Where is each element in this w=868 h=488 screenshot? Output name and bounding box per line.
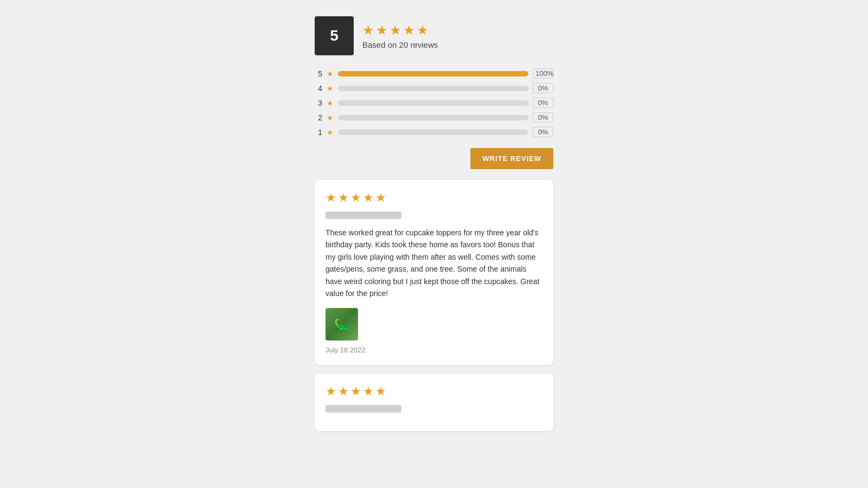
rating-badge: 5 — [315, 16, 354, 55]
review-2-star-2: ★ — [338, 384, 349, 399]
review-1-date: July 18 2022 — [326, 346, 542, 354]
bar-label-1: 1 — [315, 128, 322, 137]
bar-track-5 — [338, 71, 528, 76]
based-on-label: Based on 20 reviews — [362, 40, 438, 49]
review-2-star-4: ★ — [363, 384, 374, 399]
bar-pct-2: 0% — [533, 112, 553, 123]
bar-row-1: 1 ★ 0% — [315, 127, 553, 137]
bar-label-2: 2 — [315, 113, 322, 122]
review-1-star-5: ★ — [375, 191, 386, 205]
review-card-2: ★ ★ ★ ★ ★ — [315, 374, 553, 431]
bar-row-3: 3 ★ 0% — [315, 98, 553, 108]
bar-row-2: 2 ★ 0% — [315, 112, 553, 123]
star-icon-2: ★ — [376, 23, 388, 38]
bar-pct-5: 100% — [533, 68, 553, 79]
bar-fill-5 — [338, 71, 528, 76]
review-2-star-5: ★ — [375, 384, 386, 399]
bar-row-4: 4 ★ 0% — [315, 83, 553, 93]
bar-track-3 — [338, 100, 528, 106]
bar-pct-3: 0% — [533, 98, 553, 108]
review-1-image[interactable]: 🦕 — [326, 308, 358, 341]
bar-track-4 — [338, 86, 528, 91]
review-2-star-3: ★ — [350, 384, 361, 399]
review-2-stars: ★ ★ ★ ★ ★ — [326, 384, 542, 399]
bar-star-4: ★ — [327, 84, 334, 93]
review-2-star-1: ★ — [326, 384, 336, 399]
rating-info: ★ ★ ★ ★ ★ Based on 20 reviews — [362, 23, 438, 49]
bar-label-5: 5 — [315, 69, 322, 78]
page-container: 5 ★ ★ ★ ★ ★ Based on 20 reviews 5 ★ 100%… — [309, 11, 559, 477]
review-1-star-4: ★ — [363, 191, 374, 205]
star-icon-1: ★ — [362, 23, 374, 38]
review-1-star-2: ★ — [338, 191, 349, 205]
bar-track-1 — [338, 130, 528, 135]
bar-star-3: ★ — [327, 99, 334, 107]
rating-bars: 5 ★ 100% 4 ★ 0% 3 ★ 0% 2 ★ — [315, 68, 553, 137]
review-1-star-1: ★ — [326, 191, 336, 205]
review-1-star-3: ★ — [350, 191, 361, 205]
overall-stars: ★ ★ ★ ★ ★ — [362, 23, 438, 38]
star-icon-5: ★ — [417, 23, 429, 38]
bar-label-4: 4 — [315, 84, 322, 93]
review-1-stars: ★ ★ ★ ★ ★ — [326, 191, 542, 205]
bar-pct-4: 0% — [533, 83, 553, 93]
rating-score: 5 — [330, 27, 339, 44]
bar-pct-1: 0% — [533, 127, 553, 137]
bar-track-2 — [338, 115, 528, 120]
bar-star-5: ★ — [327, 69, 334, 78]
reviewer-1-name-bar — [326, 211, 401, 219]
reviewer-2-name-bar — [326, 405, 401, 413]
bar-row-5: 5 ★ 100% — [315, 68, 553, 79]
review-1-image-thumbnail: 🦕 — [326, 308, 358, 341]
rating-summary: 5 ★ ★ ★ ★ ★ Based on 20 reviews — [315, 11, 553, 55]
write-review-button[interactable]: WRITE REVIEW — [470, 148, 553, 169]
review-card-1: ★ ★ ★ ★ ★ These worked great for cupcake… — [315, 180, 553, 365]
star-icon-3: ★ — [390, 23, 401, 38]
bar-label-3: 3 — [315, 99, 322, 107]
write-review-row: WRITE REVIEW — [315, 148, 553, 169]
star-icon-4: ★ — [403, 23, 415, 38]
bar-star-2: ★ — [327, 113, 334, 122]
review-1-text: These worked great for cupcake toppers f… — [326, 227, 542, 299]
bar-star-1: ★ — [327, 128, 334, 137]
